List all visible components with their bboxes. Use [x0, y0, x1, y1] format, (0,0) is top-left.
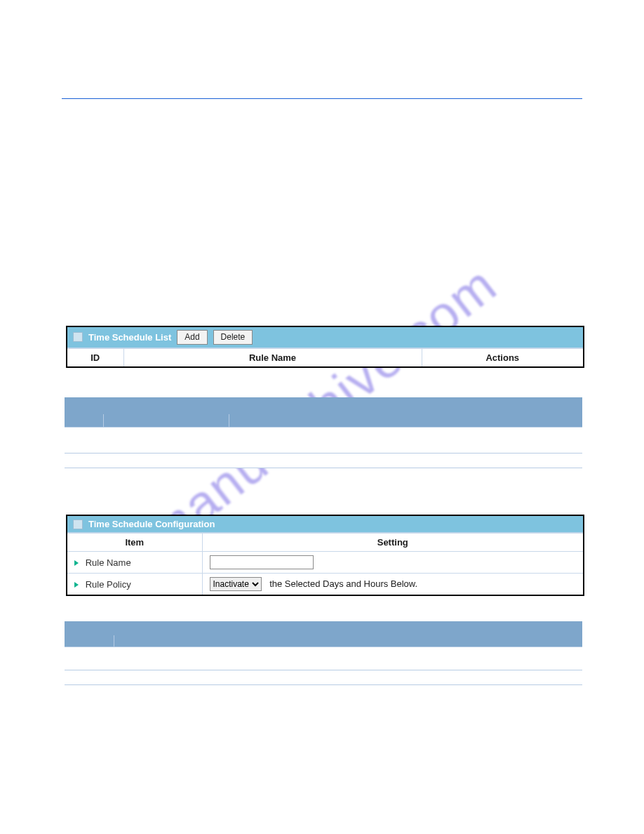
rule-name-input[interactable]	[210, 555, 314, 569]
rule-name-label: Rule Name	[86, 557, 131, 568]
panel-title-bar: Time Schedule Configuration	[67, 516, 583, 533]
spacer-band	[65, 397, 582, 427]
row-rule-policy: Rule Policy Inactivate the Selected Days…	[67, 574, 583, 595]
caret-icon	[74, 582, 79, 588]
delete-button[interactable]: Delete	[213, 330, 253, 345]
config-table: Item Setting Rule Name Rule Policy	[67, 533, 583, 595]
spacer-block-1	[65, 397, 582, 468]
spacer-sep	[103, 414, 104, 427]
col-rule-name: Rule Name	[123, 348, 422, 366]
spacer-block-2	[65, 621, 582, 685]
spacer-row	[65, 427, 582, 443]
rule-policy-label: Rule Policy	[86, 579, 131, 590]
col-id: ID	[67, 348, 123, 366]
time-schedule-list-panel: Time Schedule List Add Delete ID Rule Na…	[66, 326, 584, 368]
spacer-row	[65, 670, 582, 685]
col-item: Item	[67, 534, 202, 552]
panel-title: Time Schedule Configuration	[88, 519, 215, 529]
panel-title: Time Schedule List	[88, 332, 171, 343]
panel-icon	[73, 519, 83, 529]
schedule-list-table: ID Rule Name Actions	[67, 348, 583, 366]
spacer-row	[65, 453, 582, 468]
rule-policy-suffix: the Selected Days and Hours Below.	[269, 578, 417, 589]
top-divider	[62, 98, 582, 99]
panel-icon	[73, 332, 83, 342]
row-rule-name: Rule Name	[67, 552, 583, 574]
spacer-sep	[114, 635, 114, 647]
spacer-band	[65, 621, 582, 647]
spacer-gap	[65, 663, 582, 670]
spacer-gap	[65, 443, 582, 453]
caret-icon	[74, 560, 79, 566]
time-schedule-config-panel: Time Schedule Configuration Item Setting…	[66, 515, 584, 596]
spacer-row	[65, 647, 582, 663]
spacer-sep	[229, 414, 229, 427]
rule-policy-select[interactable]: Inactivate	[210, 577, 262, 591]
add-button[interactable]: Add	[177, 330, 207, 345]
col-setting: Setting	[202, 534, 583, 552]
col-actions: Actions	[422, 348, 583, 366]
panel-title-bar: Time Schedule List Add Delete	[67, 327, 583, 348]
